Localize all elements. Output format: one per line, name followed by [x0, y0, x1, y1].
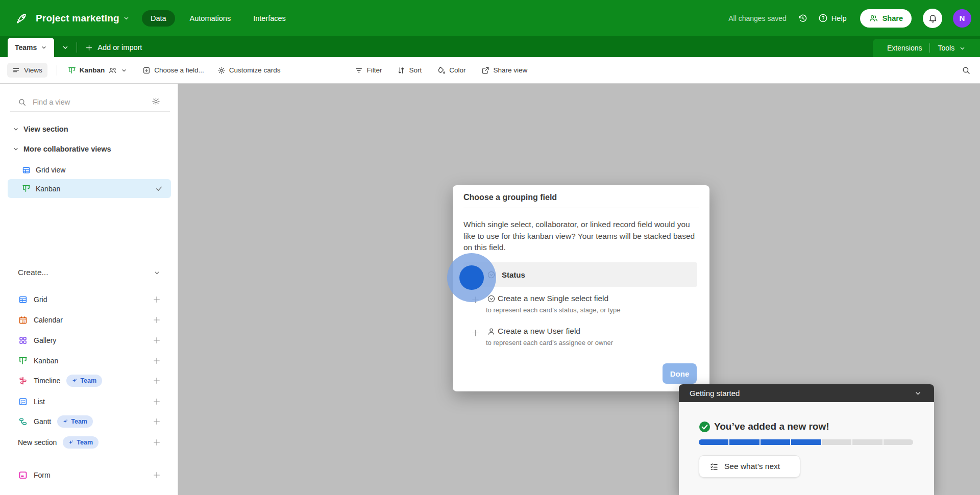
create-item-gallery[interactable]: Gallery — [0, 333, 178, 348]
header-left: Project marketing Data Automations Inter… — [15, 10, 293, 27]
plus-icon[interactable] — [153, 357, 161, 365]
milestone-title: You’ve added a new row! — [714, 421, 829, 432]
table-tab-bar: Teams Add or import Extensions Tools — [0, 36, 980, 57]
view-toolbar: Views Kanban Choose a field... Customize… — [0, 57, 980, 84]
notifications-button[interactable] — [923, 9, 942, 28]
plus-icon[interactable] — [153, 295, 161, 304]
share-button[interactable]: Share — [860, 9, 912, 28]
choose-field-button[interactable]: Choose a field... — [142, 66, 204, 75]
see-whats-next-button[interactable]: See what’s next — [699, 455, 800, 478]
gear-icon — [217, 66, 226, 75]
progress-bar — [699, 439, 913, 445]
share-view-button[interactable]: Share view — [481, 66, 527, 75]
field-box-icon — [142, 66, 151, 75]
table-tab-chevron-down-icon — [41, 44, 47, 51]
table-list-chevron-down-icon[interactable] — [54, 38, 77, 57]
create-item-kanban[interactable]: Kanban — [0, 354, 178, 368]
section-label: View section — [23, 125, 68, 133]
nav-tab-automations[interactable]: Automations — [182, 10, 239, 27]
single-select-icon — [487, 294, 496, 303]
create-item-gantt[interactable]: Gantt Team — [0, 414, 178, 429]
progress-segment — [729, 439, 759, 445]
color-button[interactable]: Color — [437, 66, 465, 75]
see-whats-next-label: See what’s next — [724, 462, 780, 471]
progress-segment — [699, 439, 728, 445]
plus-icon[interactable] — [153, 471, 161, 479]
filter-button[interactable]: Filter — [355, 66, 382, 75]
section-view-section[interactable]: View section — [13, 122, 68, 136]
view-settings-gear-icon[interactable] — [152, 97, 160, 106]
sidebar-item-kanban-selected[interactable]: Kanban — [8, 179, 171, 198]
team-badge-label: Team — [77, 439, 93, 446]
create-item-label: Calendar — [34, 316, 63, 324]
tools-chevron-down-icon — [959, 45, 966, 52]
create-item-form[interactable]: Form — [0, 468, 178, 482]
kanban-icon — [18, 356, 28, 365]
create-section-header[interactable]: Create... — [18, 265, 160, 280]
check-circle-icon — [699, 421, 710, 433]
current-view-button[interactable]: Kanban — [68, 66, 128, 75]
create-item-calendar[interactable]: 31 Calendar — [0, 313, 178, 327]
extensions-button[interactable]: Extensions — [887, 44, 922, 52]
plus-icon[interactable] — [153, 377, 161, 385]
tools-button[interactable]: Tools — [938, 44, 966, 52]
share-view-label: Share view — [493, 66, 527, 74]
grid-icon — [22, 166, 31, 175]
create-item-new-section[interactable]: New section Team — [0, 435, 178, 450]
team-badge-label: Team — [71, 418, 87, 425]
plus-icon[interactable] — [153, 316, 161, 324]
table-tab-teams[interactable]: Teams — [8, 38, 54, 57]
search-icon[interactable] — [962, 66, 971, 75]
color-label: Color — [449, 66, 465, 74]
field-option-status[interactable]: Status — [463, 262, 697, 287]
base-title[interactable]: Project marketing — [36, 13, 119, 24]
plus-icon[interactable] — [153, 438, 161, 447]
add-or-import-button[interactable]: Add or import — [85, 38, 142, 57]
create-item-grid[interactable]: Grid — [0, 292, 178, 307]
history-icon[interactable] — [798, 13, 808, 23]
section-label: More collaborative views — [23, 145, 111, 153]
app-header: Project marketing Data Automations Inter… — [0, 0, 980, 36]
find-view-search[interactable] — [18, 95, 147, 109]
done-button[interactable]: Done — [663, 363, 697, 384]
gantt-icon — [18, 417, 28, 426]
create-item-label: Grid — [34, 295, 47, 304]
plus-icon[interactable] — [153, 417, 161, 426]
sparkles-icon — [71, 378, 78, 384]
create-user-field-option[interactable]: Create a new User field — [498, 327, 580, 336]
create-item-timeline[interactable]: Timeline Team — [0, 374, 178, 388]
base-title-chevron-down-icon[interactable] — [123, 15, 130, 21]
create-single-select-option[interactable]: Create a new Single select field — [498, 294, 608, 303]
help-button[interactable]: Help — [818, 13, 847, 23]
avatar[interactable]: N — [953, 9, 971, 28]
find-view-input[interactable] — [32, 97, 126, 107]
progress-segment — [822, 439, 851, 445]
nav-tab-interfaces[interactable]: Interfaces — [246, 10, 293, 27]
sidebar-divider — [10, 458, 170, 458]
create-item-label: Kanban — [34, 357, 58, 365]
create-item-list[interactable]: List — [0, 394, 178, 409]
sort-button[interactable]: Sort — [397, 66, 422, 75]
search-icon — [18, 98, 27, 107]
views-button[interactable]: Views — [7, 63, 47, 78]
user-icon — [487, 327, 496, 336]
plus-icon[interactable] — [153, 398, 161, 406]
getting-started-header[interactable]: Getting started — [679, 384, 934, 402]
view-chevron-down-icon — [121, 67, 127, 73]
sparkles-icon — [62, 418, 68, 425]
hamburger-icon — [12, 66, 20, 74]
airtable-app: Project marketing Data Automations Inter… — [0, 0, 980, 495]
plus-icon[interactable] — [153, 336, 161, 344]
view-label: Grid view — [36, 166, 65, 174]
create-item-label: Gallery — [34, 336, 56, 344]
section-more-collaborative-views[interactable]: More collaborative views — [13, 142, 111, 156]
customize-cards-button[interactable]: Customize cards — [217, 66, 281, 75]
gallery-icon — [18, 336, 28, 345]
getting-started-panel: Getting started You’ve added a new row! … — [679, 384, 934, 495]
sidebar-item-grid-view[interactable]: Grid view — [22, 163, 65, 177]
rocket-logo-icon[interactable] — [15, 12, 28, 25]
table-tab-label: Teams — [15, 43, 37, 52]
add-or-import-label: Add or import — [97, 43, 142, 52]
save-status-text: All changes saved — [728, 14, 787, 22]
nav-tab-data[interactable]: Data — [142, 10, 175, 27]
